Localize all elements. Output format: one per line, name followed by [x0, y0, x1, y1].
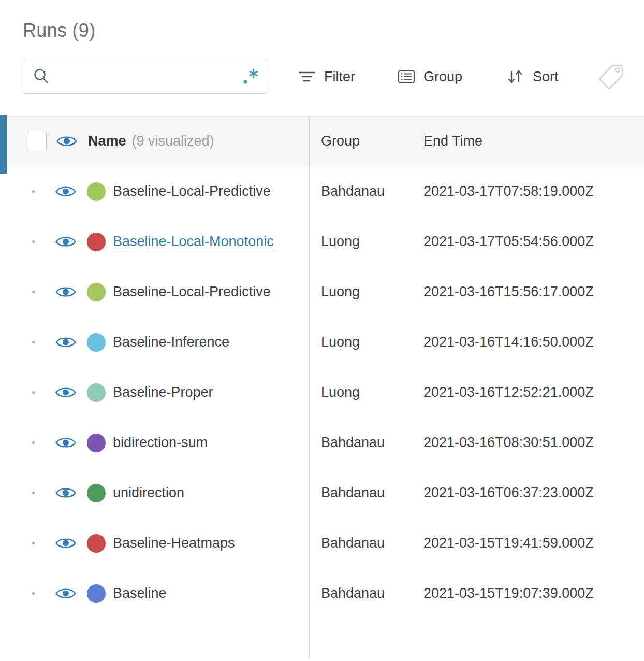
run-end-time-cell: 2021-03-16T14:16:50.000Z	[412, 334, 644, 350]
run-color-dot[interactable]	[87, 283, 106, 301]
run-name-link[interactable]: Baseline-Local-Monotonic	[113, 234, 275, 250]
table-row: unidirection Bahdanau 2021-03-16T06:37:2…	[5, 468, 644, 518]
run-name-link[interactable]: Baseline-Inference	[113, 334, 309, 350]
sort-label: Sort	[533, 69, 559, 85]
run-end-time-cell: 2021-03-16T15:56:17.000Z	[412, 284, 644, 300]
drag-handle-dot[interactable]	[32, 190, 35, 193]
sort-button[interactable]: Sort	[505, 66, 559, 87]
visibility-eye-icon[interactable]	[55, 586, 76, 600]
group-button[interactable]: Group	[397, 67, 462, 87]
scroll-accent-bar[interactable]	[0, 115, 7, 174]
visibility-eye-icon[interactable]	[55, 235, 76, 249]
run-group-cell[interactable]: Bahdanau	[309, 485, 412, 501]
run-end-time-cell: 2021-03-16T12:52:21.000Z	[412, 384, 644, 400]
run-name-link[interactable]: Baseline-Heatmaps	[113, 535, 309, 551]
run-name-link[interactable]: Baseline-Local-Predictive	[113, 284, 309, 300]
run-name-link[interactable]: unidirection	[113, 485, 309, 501]
run-color-dot[interactable]	[87, 333, 106, 352]
run-group-cell[interactable]: Bahdanau	[309, 435, 412, 451]
run-color-dot[interactable]	[87, 484, 106, 502]
filter-label: Filter	[324, 69, 355, 85]
filter-icon	[297, 67, 317, 87]
table-row: Baseline-Local-Monotonic Luong 2021-03-1…	[5, 217, 644, 267]
search-input[interactable]	[56, 68, 241, 85]
run-group-cell[interactable]: Bahdanau	[309, 585, 412, 601]
column-divider[interactable]	[309, 116, 310, 658]
select-all-checkbox[interactable]	[27, 132, 47, 151]
panel-left-border	[5, 0, 5, 661]
run-group-cell[interactable]: Luong	[309, 334, 412, 350]
run-name-link[interactable]: Baseline	[113, 585, 309, 601]
run-end-time-cell: 2021-03-15T19:07:39.000Z	[412, 585, 644, 601]
run-group-cell[interactable]: Luong	[309, 234, 412, 250]
table-row: Baseline-Local-Predictive Luong 2021-03-…	[5, 267, 644, 317]
run-color-dot[interactable]	[87, 182, 106, 201]
name-column-header[interactable]: Name	[88, 133, 126, 149]
table-row: bidirection-sum Bahdanau 2021-03-16T08:3…	[5, 418, 644, 468]
run-end-time-cell: 2021-03-16T06:37:23.000Z	[412, 485, 644, 501]
run-color-dot[interactable]	[87, 233, 106, 251]
runs-panel-header: Runs (9)	[0, 0, 644, 94]
table-row: Baseline-Heatmaps Bahdanau 2021-03-15T19…	[5, 518, 644, 568]
end-time-column-header[interactable]: End Time	[412, 133, 644, 149]
runs-table: Name (9 visualized) Group End Time Basel…	[5, 116, 644, 658]
run-color-dot[interactable]	[87, 584, 106, 603]
visibility-eye-icon[interactable]	[55, 536, 76, 550]
run-group-cell[interactable]: Bahdanau	[309, 183, 412, 199]
visibility-eye-icon[interactable]	[55, 335, 76, 349]
run-group-cell[interactable]: Luong	[309, 384, 412, 400]
run-color-dot[interactable]	[87, 534, 106, 553]
run-group-cell[interactable]: Bahdanau	[309, 535, 412, 551]
visibility-eye-icon[interactable]	[55, 184, 76, 198]
table-row: Baseline-Inference Luong 2021-03-16T14:1…	[5, 317, 644, 367]
group-column-header[interactable]: Group	[309, 133, 412, 149]
run-name-link[interactable]: Baseline-Proper	[113, 384, 309, 400]
run-end-time-cell: 2021-03-17T07:58:19.000Z	[412, 183, 644, 199]
run-end-time-cell: 2021-03-17T05:54:56.000Z	[412, 234, 644, 250]
visibility-eye-icon[interactable]	[55, 486, 76, 500]
drag-handle-dot[interactable]	[32, 240, 35, 243]
visibility-eye-icon[interactable]	[55, 385, 76, 399]
run-group-cell[interactable]: Luong	[309, 284, 412, 300]
drag-handle-dot[interactable]	[32, 441, 35, 444]
group-label: Group	[423, 69, 462, 85]
run-name-link[interactable]: bidirection-sum	[113, 435, 309, 451]
visibility-eye-icon[interactable]	[55, 285, 76, 299]
table-row: Baseline Bahdanau 2021-03-15T19:07:39.00…	[5, 568, 644, 619]
search-box[interactable]	[23, 60, 268, 94]
drag-handle-dot[interactable]	[32, 291, 35, 293]
visibility-eye-icon[interactable]	[55, 436, 76, 450]
search-icon	[33, 68, 50, 85]
table-body: Baseline-Local-Predictive Bahdanau 2021-…	[5, 166, 644, 619]
tag-icon[interactable]	[598, 62, 625, 91]
drag-handle-dot[interactable]	[32, 391, 35, 394]
drag-handle-dot[interactable]	[32, 542, 35, 544]
visibility-all-eye-icon[interactable]	[56, 134, 77, 148]
runs-toolbar: Filter Group	[23, 59, 644, 94]
visualized-count-label: (9 visualized)	[132, 133, 214, 149]
regex-toggle-icon[interactable]	[241, 67, 260, 87]
run-color-dot[interactable]	[87, 383, 106, 402]
run-name-link[interactable]: Baseline-Local-Predictive	[113, 183, 309, 199]
run-end-time-cell: 2021-03-16T08:30:51.000Z	[412, 435, 644, 451]
table-row: Baseline-Proper Luong 2021-03-16T12:52:2…	[5, 367, 644, 418]
filter-button[interactable]: Filter	[297, 67, 355, 87]
drag-handle-dot[interactable]	[32, 492, 35, 494]
drag-handle-dot[interactable]	[32, 341, 35, 343]
run-color-dot[interactable]	[87, 434, 106, 452]
table-row: Baseline-Local-Predictive Bahdanau 2021-…	[5, 166, 644, 217]
drag-handle-dot[interactable]	[32, 592, 35, 595]
sort-icon	[505, 66, 525, 87]
page-title: Runs (9)	[23, 0, 644, 41]
run-end-time-cell: 2021-03-15T19:41:59.000Z	[412, 535, 644, 551]
table-header-row: Name (9 visualized) Group End Time	[5, 116, 644, 166]
group-icon	[397, 67, 416, 87]
